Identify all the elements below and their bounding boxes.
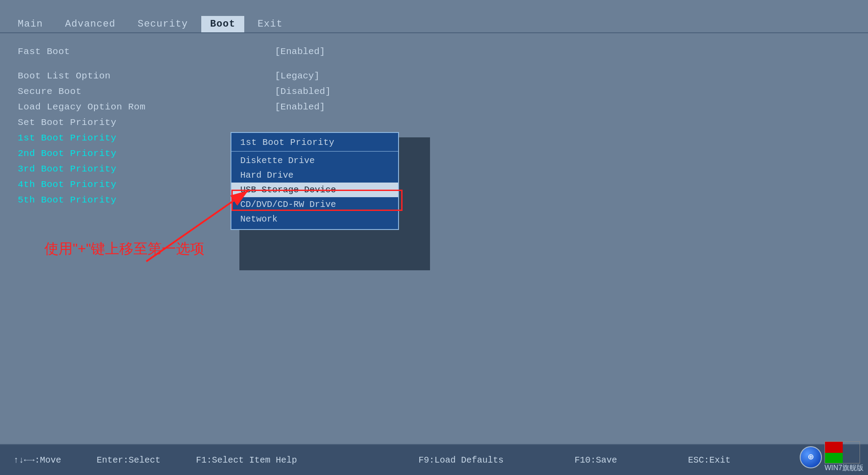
bios-screen: ell Inc. Aptio Setup Utility - American … [0, 0, 868, 475]
win7-label: WIN7旗舰版 [825, 463, 864, 473]
status-move: ↑↓←→:Move [13, 455, 61, 465]
win7-flag-icon: WIN7旗舰版 [825, 441, 864, 473]
5th-boot-row: 5th Boot Priority [18, 195, 850, 205]
boot-list-option-value: [Legacy] [275, 71, 320, 81]
dropdown-item-network[interactable]: Network [231, 212, 398, 226]
4th-boot-row: 4th Boot Priority [18, 179, 850, 190]
dropdown-item-usb[interactable]: USB Storage Device [231, 183, 398, 197]
status-enter: Enter:Select [97, 455, 160, 465]
set-boot-priority-row: Set Boot Priority [18, 117, 850, 128]
boot-list-option-label: Boot List Option [18, 71, 275, 81]
tab-main[interactable]: Main [9, 16, 52, 32]
boot-list-option-row: Boot List Option [Legacy] [18, 71, 850, 81]
load-legacy-value: [Enabled] [275, 102, 325, 112]
secure-boot-value: [Disabled] [275, 86, 331, 97]
status-esc: ESC:Exit [688, 455, 731, 465]
tab-boot[interactable]: Boot [201, 16, 244, 32]
secure-boot-row: Secure Boot [Disabled] [18, 86, 850, 97]
dropdown-item-cdrom[interactable]: CD/DVD/CD-RW Drive [231, 197, 398, 212]
status-f9: F9:Load Defaults [418, 455, 504, 465]
annotation-text: 使用"+"键上移至第一选项 [44, 239, 204, 259]
status-f1: F1:Select Item Help [196, 455, 297, 465]
win7-globe-icon: ⊕ [800, 446, 822, 468]
win7-badge: ⊕ WIN7旗舰版 [800, 441, 864, 473]
main-content: Fast Boot [Enabled] Boot List Option [Le… [0, 33, 868, 224]
set-boot-priority-label: Set Boot Priority [18, 117, 275, 128]
2nd-boot-row: 2nd Boot Priority [USB Storage Device] [18, 148, 850, 159]
dropdown-popup: 1st Boot Priority Diskette Drive Hard Dr… [231, 132, 399, 230]
tab-exit[interactable]: Exit [249, 16, 292, 32]
fast-boot-label: Fast Boot [18, 47, 275, 57]
annotation-container: 使用"+"键上移至第一选项 [44, 235, 204, 259]
status-bar: ↑↓←→:Move Enter:Select F1:Select Item He… [0, 444, 868, 475]
1st-boot-row: 1st Boot Priority [Hard Drive] [18, 133, 850, 143]
fast-boot-row: Fast Boot [Enabled] [18, 47, 850, 57]
fast-boot-value: [Enabled] [275, 47, 325, 57]
tab-advanced[interactable]: Advanced [56, 16, 125, 32]
load-legacy-row: Load Legacy Option Rom [Enabled] [18, 102, 850, 112]
menu-bar: Main Advanced Security Boot Exit [0, 0, 868, 33]
tab-security[interactable]: Security [129, 16, 197, 32]
3rd-boot-row: 3rd Boot Priority [Diskette Drive] [18, 164, 850, 174]
menu-tabs: Main Advanced Security Boot Exit [0, 16, 296, 32]
load-legacy-label: Load Legacy Option Rom [18, 102, 275, 112]
secure-boot-label: Secure Boot [18, 86, 275, 97]
dropdown-item-diskette[interactable]: Diskette Drive [231, 153, 398, 168]
dropdown-item-harddrive[interactable]: Hard Drive [231, 168, 398, 183]
dropdown-title: 1st Boot Priority [231, 136, 398, 152]
status-f10: F10:Save [575, 455, 617, 465]
